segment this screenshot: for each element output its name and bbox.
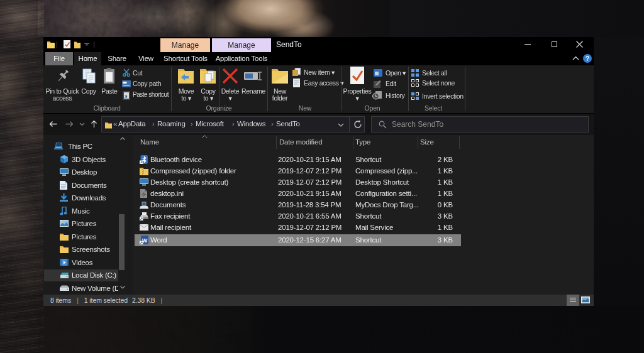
svg-text:?: ?	[586, 55, 589, 62]
